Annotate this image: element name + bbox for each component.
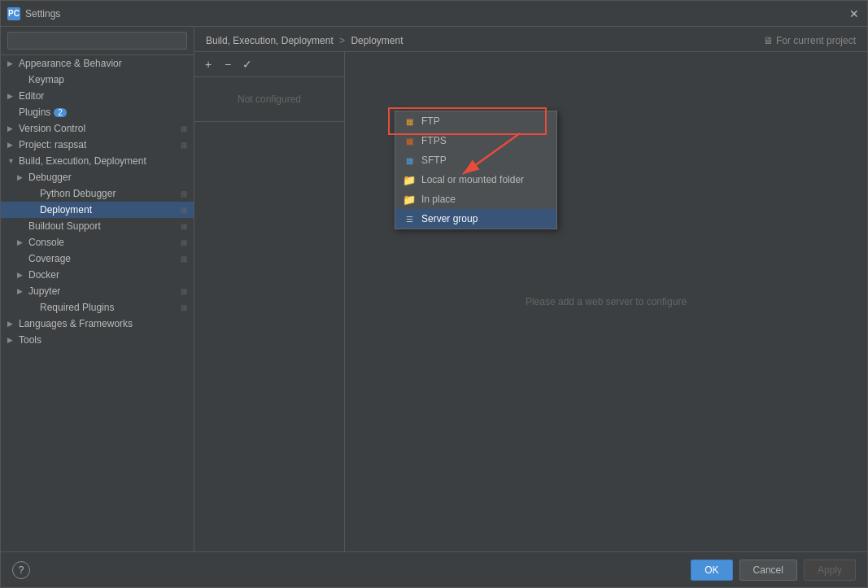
plugins-badge: 2: [54, 108, 67, 117]
window-title: Settings: [25, 8, 848, 20]
copy-icon: ⊞: [181, 206, 187, 215]
check-server-button[interactable]: ✓: [238, 55, 256, 73]
sidebar-item-appearance[interactable]: ▶ Appearance & Behavior: [1, 55, 194, 72]
main-panel: Build, Execution, Deployment > Deploymen…: [194, 27, 867, 551]
title-bar: PC Settings ✕: [1, 1, 867, 27]
for-project-label: For current project: [776, 35, 856, 46]
sidebar-item-label: Appearance & Behavior: [19, 58, 122, 69]
ok-button[interactable]: OK: [691, 560, 732, 581]
sidebar-item-debugger[interactable]: ▶ Debugger: [1, 169, 194, 185]
search-input[interactable]: [7, 32, 187, 50]
dropdown-item-label: SFTP: [421, 155, 447, 166]
sidebar-item-label: Docker: [28, 269, 59, 281]
dropdown-item-sftp[interactable]: ▦ SFTP: [395, 150, 556, 170]
local-icon: 📁: [402, 174, 417, 185]
server-group-icon: ☰: [402, 213, 417, 224]
copy-icon: ⊞: [181, 287, 187, 296]
expand-arrow: ▶: [7, 124, 19, 133]
sidebar-item-label: Version Control: [19, 123, 85, 134]
dropdown-item-label: FTPS: [421, 135, 447, 146]
sidebar-item-python-debugger[interactable]: Python Debugger ⊞: [1, 185, 194, 202]
sidebar-item-label: Console: [28, 237, 64, 248]
close-button[interactable]: ✕: [848, 7, 861, 20]
sidebar-item-jupyter[interactable]: ▶ Jupyter ⊞: [1, 283, 194, 299]
expand-arrow: ▶: [7, 141, 19, 149]
sidebar-item-buildout[interactable]: Buildout Support ⊞: [1, 218, 194, 234]
sidebar-item-label: Required Plugins: [40, 302, 114, 313]
sidebar-item-label: Coverage: [28, 253, 71, 264]
ftp-icon: ▦: [402, 115, 417, 127]
app-icon: PC: [7, 7, 20, 20]
sidebar-item-languages[interactable]: ▶ Languages & Frameworks: [1, 316, 194, 332]
copy-icon: ⊞: [181, 255, 187, 264]
spacer: [28, 189, 40, 198]
remove-server-button[interactable]: −: [219, 55, 237, 73]
expand-arrow: ▶: [7, 336, 19, 344]
copy-icon: ⊞: [181, 141, 187, 150]
dropdown-item-inplace[interactable]: 📁 In place: [395, 189, 556, 209]
sftp-icon: ▦: [402, 155, 417, 166]
not-configured-label: Not configured: [194, 77, 344, 122]
expand-arrow: ▶: [17, 287, 28, 295]
apply-button[interactable]: Apply: [804, 560, 856, 581]
server-toolbar: + − ✓: [194, 52, 344, 77]
spacer: [28, 303, 40, 311]
sidebar: ▶ Appearance & Behavior Keymap ▶ Editor …: [1, 27, 194, 551]
dropdown-item-label: In place: [421, 194, 456, 205]
sidebar-item-build[interactable]: ▼ Build, Execution, Deployment: [1, 153, 194, 169]
help-button[interactable]: ?: [12, 561, 30, 579]
sidebar-item-label: Keymap: [28, 74, 64, 85]
sidebar-item-deployment[interactable]: Deployment ⊞: [1, 202, 194, 218]
sidebar-item-project[interactable]: ▶ Project: raspsat ⊞: [1, 137, 194, 153]
sidebar-item-editor[interactable]: ▶ Editor: [1, 88, 194, 104]
expand-arrow: ▶: [7, 59, 19, 68]
for-project: 🖥 For current project: [763, 35, 856, 46]
dropdown-item-server-group[interactable]: ☰ Server group: [395, 209, 556, 229]
breadcrumb: Build, Execution, Deployment > Deploymen…: [206, 35, 403, 46]
sidebar-item-docker[interactable]: ▶ Docker: [1, 267, 194, 283]
not-configured-text: Not configured: [238, 94, 301, 105]
spacer: [17, 76, 28, 84]
sidebar-item-label: Debugger: [28, 172, 72, 183]
copy-icon: ⊞: [181, 238, 187, 247]
expand-arrow: ▶: [7, 320, 19, 328]
sidebar-item-label: Python Debugger: [40, 188, 116, 199]
spacer: [17, 222, 28, 230]
dropdown-item-label: Local or mounted folder: [421, 174, 524, 185]
sidebar-item-tools[interactable]: ▶ Tools: [1, 332, 194, 348]
expand-arrow: ▶: [17, 238, 28, 246]
sidebar-item-label: Tools: [19, 334, 41, 346]
dropdown-item-ftps[interactable]: ▦ FTPS: [395, 131, 556, 150]
sidebar-item-label: Plugins: [19, 107, 50, 118]
dropdown-item-ftp[interactable]: ▦ FTP: [395, 111, 556, 131]
sidebar-item-version-control[interactable]: ▶ Version Control ⊞: [1, 120, 194, 137]
copy-icon: ⊞: [181, 303, 187, 312]
sidebar-item-plugins[interactable]: Plugins 2: [1, 104, 194, 120]
settings-window: PC Settings ✕ ▶ Appearance & Behavior Ke…: [0, 0, 868, 588]
server-list-panel: + − ✓ ▦ FTP ▦ FTPS: [194, 52, 345, 551]
copy-icon: ⊞: [181, 222, 187, 231]
sidebar-item-console[interactable]: ▶ Console ⊞: [1, 234, 194, 250]
breadcrumb-part2: Deployment: [351, 35, 403, 46]
settings-tree: ▶ Appearance & Behavior Keymap ▶ Editor …: [1, 55, 194, 551]
sidebar-item-label: Project: raspsat: [19, 139, 86, 150]
spacer: [28, 206, 40, 214]
add-server-dropdown: ▦ FTP ▦ FTPS ▦ SFTP 📁 L: [395, 111, 557, 229]
footer-left: ?: [12, 561, 30, 579]
sidebar-item-keymap[interactable]: Keymap: [1, 72, 194, 88]
add-server-button[interactable]: +: [199, 55, 217, 73]
sidebar-item-required-plugins[interactable]: Required Plugins ⊞: [1, 299, 194, 316]
ftps-icon: ▦: [402, 135, 417, 146]
sidebar-item-coverage[interactable]: Coverage ⊞: [1, 250, 194, 267]
sidebar-item-label: Editor: [19, 90, 44, 102]
breadcrumb-sep: >: [339, 35, 345, 46]
dropdown-item-label: FTP: [421, 115, 440, 127]
deployment-panel: + − ✓ ▦ FTP ▦ FTPS: [194, 52, 867, 551]
breadcrumb-part1: Build, Execution, Deployment: [206, 35, 334, 46]
sidebar-item-label: Buildout Support: [28, 220, 101, 232]
dropdown-item-local[interactable]: 📁 Local or mounted folder: [395, 170, 556, 189]
monitor-icon: 🖥: [763, 35, 773, 46]
cancel-button[interactable]: Cancel: [739, 560, 797, 581]
sidebar-item-label: Jupyter: [28, 285, 60, 297]
dropdown-item-label: Server group: [421, 213, 478, 224]
